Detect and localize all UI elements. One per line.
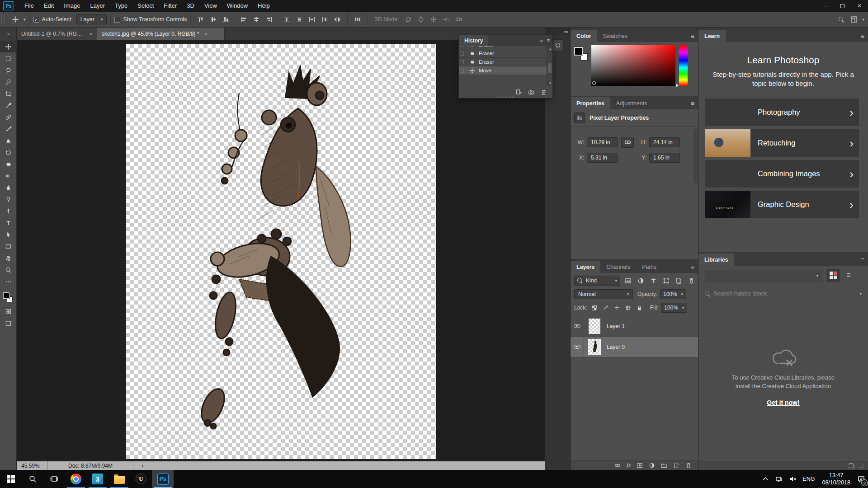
close-button[interactable]: ✕ bbox=[851, 0, 868, 12]
document-canvas[interactable] bbox=[126, 44, 436, 459]
brush-tool[interactable] bbox=[0, 123, 17, 135]
taskbar-chrome[interactable] bbox=[65, 470, 87, 488]
menu-file[interactable]: File bbox=[19, 0, 39, 12]
lasso-tool[interactable] bbox=[0, 64, 17, 76]
search-input[interactable] bbox=[714, 290, 840, 297]
height-field[interactable]: 24.14 in bbox=[649, 137, 680, 147]
history-source-checkbox[interactable] bbox=[459, 49, 465, 58]
quick-mask-button[interactable] bbox=[0, 305, 17, 317]
lock-all-icon[interactable] bbox=[636, 304, 644, 312]
menu-select[interactable]: Select bbox=[132, 0, 159, 12]
options-grip[interactable] bbox=[1, 14, 5, 24]
tab-libraries[interactable]: Libraries bbox=[698, 253, 734, 266]
layer-row-layer1[interactable]: Layer 1 bbox=[571, 316, 698, 337]
panel-menu-icon[interactable]: ≡ bbox=[861, 33, 864, 40]
taskbar-3ds-max[interactable]: 3 bbox=[87, 470, 108, 488]
width-field[interactable]: 10.29 in bbox=[587, 137, 618, 147]
distribute-left-edges-button[interactable] bbox=[320, 14, 330, 24]
volume-muted-icon[interactable] bbox=[786, 470, 799, 488]
scroll-up-icon[interactable]: ▲ bbox=[548, 47, 552, 51]
link-layers-icon[interactable] bbox=[614, 462, 621, 469]
layer-style-fx-icon[interactable]: fx bbox=[627, 462, 631, 469]
3d-camera-icon[interactable] bbox=[454, 14, 464, 24]
new-layer-icon[interactable] bbox=[673, 462, 679, 469]
grid-view-button[interactable] bbox=[827, 269, 840, 282]
history-step[interactable]: Eraser bbox=[459, 46, 552, 49]
eraser-tool[interactable] bbox=[0, 158, 17, 170]
fill-field[interactable]: 100% ▾ bbox=[661, 303, 687, 313]
auto-select-checkbox[interactable]: ✓ bbox=[33, 17, 39, 23]
delete-state-trash-icon[interactable] bbox=[541, 89, 547, 95]
layer-visibility-toggle[interactable] bbox=[571, 316, 584, 337]
filter-adjustment-layers-icon[interactable] bbox=[636, 276, 646, 286]
collapse-panel-icon[interactable]: » bbox=[540, 38, 543, 44]
toolbar-expand-chevron[interactable]: » bbox=[0, 28, 16, 41]
foreground-color-swatch[interactable] bbox=[574, 47, 583, 56]
path-selection-tool[interactable] bbox=[0, 229, 17, 240]
lock-image-pixels-icon[interactable] bbox=[602, 304, 610, 312]
lock-artboard-icon[interactable] bbox=[624, 304, 632, 312]
scroll-down-icon[interactable]: ▼ bbox=[548, 81, 552, 85]
minimize-button[interactable] bbox=[816, 0, 834, 12]
blur-tool[interactable] bbox=[0, 182, 17, 193]
tab-paths[interactable]: Paths bbox=[636, 261, 662, 273]
show-hidden-icons-button[interactable] bbox=[759, 470, 772, 488]
close-icon[interactable]: × bbox=[205, 31, 208, 37]
search-icon[interactable] bbox=[836, 14, 846, 24]
history-step[interactable]: Eraser bbox=[459, 49, 552, 58]
layer-name[interactable]: Layer 0 bbox=[607, 344, 625, 350]
tab-color[interactable]: Color bbox=[571, 30, 597, 42]
document-tab-sketch1[interactable]: sketch1.jpg @ 45.6% (Layer 0, RGB/8) * × bbox=[97, 28, 225, 40]
foreground-color-swatch[interactable] bbox=[3, 292, 9, 299]
restore-button[interactable] bbox=[834, 0, 851, 12]
eyedropper-tool[interactable] bbox=[0, 99, 17, 111]
lock-transparent-pixels-icon[interactable] bbox=[590, 304, 599, 312]
tab-history[interactable]: History bbox=[459, 35, 488, 46]
marquee-tool[interactable] bbox=[0, 52, 17, 64]
tab-channels[interactable]: Channels bbox=[600, 261, 636, 273]
new-document-from-state-icon[interactable] bbox=[515, 89, 522, 95]
menu-image[interactable]: Image bbox=[59, 0, 85, 12]
taskbar-clock[interactable]: 13:47 08/10/2018 bbox=[818, 472, 854, 487]
new-snapshot-camera-icon[interactable] bbox=[528, 89, 534, 95]
zoom-level-field[interactable]: 45.59% bbox=[21, 463, 47, 469]
edit-toolbar-button[interactable] bbox=[0, 276, 17, 287]
quick-selection-tool[interactable] bbox=[0, 76, 17, 88]
rectangle-tool[interactable] bbox=[0, 240, 17, 252]
menu-view[interactable]: View bbox=[199, 0, 222, 12]
taskbar-file-explorer[interactable] bbox=[108, 470, 130, 488]
menu-window[interactable]: Window bbox=[222, 0, 253, 12]
3d-slide-icon[interactable] bbox=[441, 14, 451, 24]
menu-help[interactable]: Help bbox=[253, 0, 275, 12]
y-field[interactable]: 1.65 in bbox=[649, 153, 680, 163]
close-icon[interactable]: × bbox=[90, 31, 92, 37]
learn-topic-photography[interactable]: Photography › bbox=[705, 99, 859, 126]
add-layer-mask-icon[interactable] bbox=[637, 462, 643, 469]
x-field[interactable]: 5.31 in bbox=[587, 153, 618, 163]
history-scrollbar[interactable]: ▲ ▼ bbox=[547, 46, 552, 86]
panel-menu-icon[interactable]: ≡ bbox=[861, 256, 864, 263]
properties-scrollbar[interactable] bbox=[693, 129, 698, 183]
pen-tool[interactable] bbox=[0, 205, 17, 217]
distribute-spacing-button[interactable] bbox=[353, 14, 363, 24]
network-status-icon[interactable] bbox=[772, 470, 786, 488]
chevron-down-icon[interactable]: ▾ bbox=[862, 17, 864, 22]
tab-layers[interactable]: Layers bbox=[571, 261, 600, 273]
tab-learn[interactable]: Learn bbox=[698, 30, 726, 42]
type-tool[interactable]: T bbox=[0, 217, 17, 229]
adobe-stock-search[interactable]: ▾ bbox=[698, 287, 868, 300]
language-indicator[interactable]: ENG bbox=[799, 470, 818, 488]
distribute-top-edges-button[interactable] bbox=[282, 14, 292, 24]
3d-pan-icon[interactable] bbox=[429, 14, 439, 24]
panel-resize-grip[interactable] bbox=[859, 464, 863, 468]
distribute-horizontal-centers-button[interactable] bbox=[332, 14, 342, 24]
lock-position-icon[interactable] bbox=[613, 304, 621, 312]
panel-menu-icon[interactable]: ≡ bbox=[691, 33, 694, 40]
task-view-button[interactable] bbox=[43, 470, 65, 488]
layer-name[interactable]: Layer 1 bbox=[607, 323, 625, 329]
taskbar-search-button[interactable] bbox=[22, 470, 43, 488]
3d-orbit-icon[interactable] bbox=[403, 14, 413, 24]
layer-visibility-toggle[interactable] bbox=[571, 337, 584, 357]
tab-adjustments[interactable]: Adjustments bbox=[610, 97, 653, 109]
screen-mode-button[interactable] bbox=[0, 317, 17, 329]
